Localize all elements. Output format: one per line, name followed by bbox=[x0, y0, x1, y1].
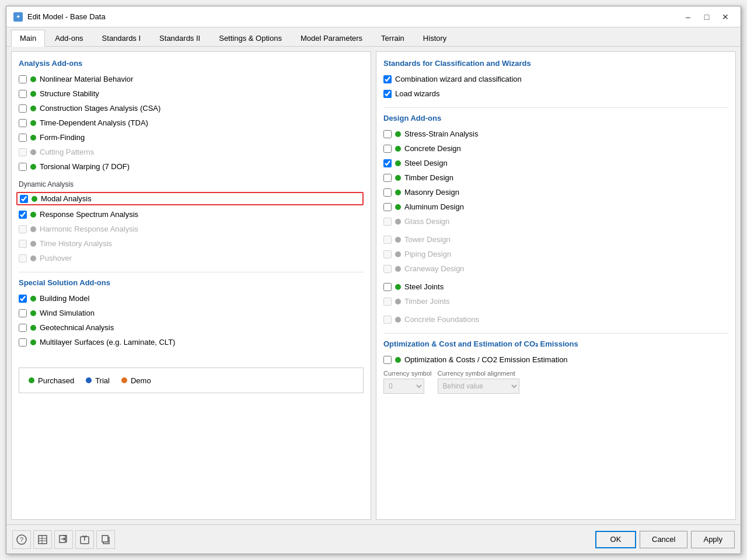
concrete-checkbox[interactable] bbox=[383, 145, 392, 153]
opt-dot bbox=[395, 357, 401, 363]
glass-checkbox bbox=[383, 218, 392, 226]
nonlinear-dot bbox=[30, 76, 36, 82]
building-checkbox[interactable] bbox=[19, 295, 27, 303]
tda-checkbox[interactable] bbox=[19, 119, 27, 127]
legend-demo-label: Demo bbox=[131, 376, 151, 385]
load-label: Load wizards bbox=[395, 89, 440, 98]
glass-dot bbox=[395, 219, 401, 225]
modal-row: Modal Analysis bbox=[16, 192, 364, 205]
ok-button[interactable]: OK bbox=[595, 531, 636, 548]
glass-label: Glass Design bbox=[404, 217, 449, 226]
response-row: Response Spectrum Analysis bbox=[19, 209, 364, 220]
title-bar-left: ✦ Edit Model - Base Data bbox=[13, 12, 106, 22]
optimization-section: Optimization & Cost and Estimation of CO… bbox=[383, 340, 728, 394]
craneway-checkbox bbox=[383, 265, 392, 273]
nonlinear-checkbox[interactable] bbox=[19, 75, 27, 83]
csa-checkbox[interactable] bbox=[19, 104, 27, 113]
legend-purchased-dot bbox=[29, 377, 34, 383]
footer: ? OK Cancel Apply bbox=[6, 524, 741, 554]
legend-purchased: Purchased bbox=[29, 376, 74, 385]
concrete-dot bbox=[395, 146, 401, 152]
pushover-dot bbox=[30, 256, 36, 261]
modal-checkbox[interactable] bbox=[20, 195, 28, 203]
tab-standards2[interactable]: Standards II bbox=[151, 30, 209, 46]
load-row: Load wizards bbox=[383, 88, 728, 99]
cutting-checkbox bbox=[19, 148, 27, 156]
copy-button[interactable] bbox=[96, 530, 115, 549]
import-button[interactable] bbox=[75, 530, 94, 549]
wind-checkbox[interactable] bbox=[19, 309, 27, 317]
craneway-row: Craneway Design bbox=[383, 263, 728, 274]
tda-dot bbox=[30, 120, 36, 126]
pushover-row: Pushover bbox=[19, 253, 364, 264]
torsional-checkbox[interactable] bbox=[19, 163, 27, 171]
form-row: Form-Finding bbox=[19, 132, 364, 143]
svg-rect-2 bbox=[39, 536, 47, 544]
standards-section: Standards for Classification and Wizards… bbox=[383, 59, 728, 99]
legend-trial-label: Trial bbox=[95, 376, 110, 385]
table-button[interactable] bbox=[33, 530, 52, 549]
help-button[interactable]: ? bbox=[12, 530, 31, 549]
piping-checkbox bbox=[383, 250, 392, 258]
response-checkbox[interactable] bbox=[19, 211, 27, 219]
tab-model-parameters[interactable]: Model Parameters bbox=[292, 30, 371, 46]
masonry-row: Masonry Design bbox=[383, 187, 728, 198]
timberjoints-dot bbox=[395, 299, 401, 304]
tab-addons[interactable]: Add-ons bbox=[46, 30, 92, 46]
apply-button[interactable]: Apply bbox=[691, 531, 735, 548]
building-dot bbox=[30, 296, 36, 302]
timehistory-row: Time History Analysis bbox=[19, 238, 364, 249]
legend-trial-dot bbox=[86, 377, 92, 383]
combo-checkbox[interactable] bbox=[383, 75, 392, 83]
glass-row: Glass Design bbox=[383, 216, 728, 227]
tab-standards1[interactable]: Standards I bbox=[93, 30, 150, 46]
window-title: Edit Model - Base Data bbox=[27, 12, 106, 21]
pushover-checkbox bbox=[19, 254, 27, 262]
steel-dot bbox=[395, 160, 401, 166]
stability-row: Structure Stability bbox=[19, 88, 364, 99]
legend-demo: Demo bbox=[121, 376, 151, 385]
analysis-addons-title: Analysis Add-ons bbox=[19, 59, 364, 68]
legend: Purchased Trial Demo bbox=[19, 368, 364, 393]
wind-label: Wind Simulation bbox=[40, 309, 95, 317]
aluminum-checkbox[interactable] bbox=[383, 203, 392, 211]
torsional-row: Torsional Warping (7 DOF) bbox=[19, 161, 364, 172]
tab-settings[interactable]: Settings & Options bbox=[210, 30, 291, 46]
stress-checkbox[interactable] bbox=[383, 130, 392, 138]
close-button[interactable]: ✕ bbox=[717, 10, 734, 23]
pushover-label: Pushover bbox=[40, 254, 72, 262]
steeljoints-checkbox[interactable] bbox=[383, 283, 392, 291]
piping-dot bbox=[395, 251, 401, 257]
maximize-button[interactable]: □ bbox=[699, 10, 715, 23]
export-button[interactable] bbox=[54, 530, 73, 549]
design-title: Design Add-ons bbox=[383, 114, 728, 123]
window-controls: – □ ✕ bbox=[680, 10, 734, 23]
tab-terrain[interactable]: Terrain bbox=[372, 30, 413, 46]
form-checkbox[interactable] bbox=[19, 134, 27, 142]
minimize-button[interactable]: – bbox=[680, 10, 696, 23]
footer-icons: ? bbox=[12, 530, 115, 549]
stability-label: Structure Stability bbox=[40, 89, 99, 98]
timberjoints-row: Timber Joints bbox=[383, 296, 728, 307]
cancel-button[interactable]: Cancel bbox=[640, 531, 687, 548]
timberjoints-label: Timber Joints bbox=[404, 297, 450, 306]
harmonic-label: Harmonic Response Analysis bbox=[40, 225, 138, 233]
footer-buttons: OK Cancel Apply bbox=[595, 531, 735, 548]
title-bar: ✦ Edit Model - Base Data – □ ✕ bbox=[6, 6, 741, 27]
load-checkbox[interactable] bbox=[383, 90, 392, 98]
masonry-checkbox[interactable] bbox=[383, 188, 392, 197]
masonry-label: Masonry Design bbox=[404, 188, 459, 197]
timber-checkbox[interactable] bbox=[383, 174, 392, 182]
opt-checkbox[interactable] bbox=[383, 356, 392, 364]
left-panel: Analysis Add-ons Nonlinear Material Beha… bbox=[11, 51, 371, 520]
tab-main[interactable]: Main bbox=[11, 30, 45, 47]
currency-symbol-select[interactable]: 0 bbox=[383, 379, 424, 394]
multilayer-checkbox[interactable] bbox=[19, 338, 27, 346]
form-label: Form-Finding bbox=[40, 133, 85, 142]
geo-checkbox[interactable] bbox=[19, 324, 27, 332]
steel-checkbox[interactable] bbox=[383, 159, 392, 167]
steeljoints-dot bbox=[395, 284, 401, 290]
currency-alignment-select[interactable]: Behind value bbox=[438, 379, 519, 394]
stability-checkbox[interactable] bbox=[19, 90, 27, 98]
tab-history[interactable]: History bbox=[414, 30, 455, 46]
